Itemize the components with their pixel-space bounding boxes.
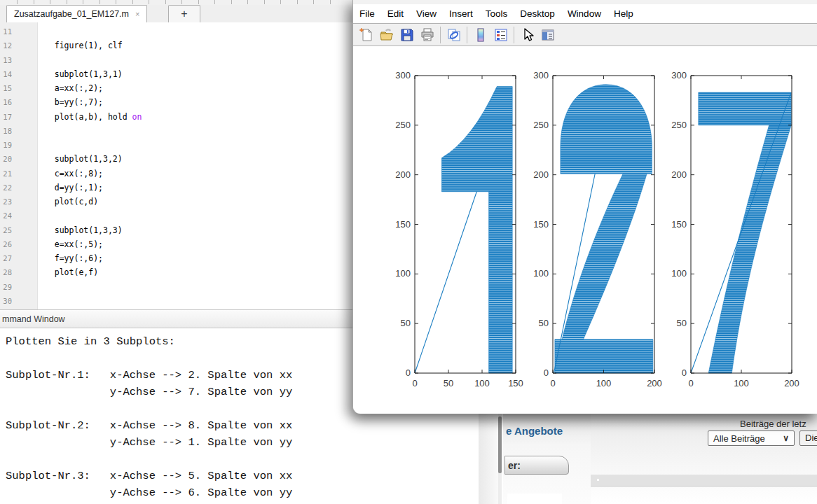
line-number: 18 [0, 127, 12, 135]
property-inspector-icon[interactable] [539, 26, 556, 43]
subplot-2-axes[interactable] [553, 76, 654, 373]
editor-line[interactable]: 29 [0, 281, 352, 295]
editor-line[interactable]: 22 d=yy(:,1); [0, 181, 352, 195]
y-tick-label: 0 [387, 368, 411, 379]
editor-line[interactable]: 20 subplot(1,3,2) [0, 153, 352, 167]
menu-edit[interactable]: Edit [381, 8, 410, 19]
editor-line[interactable]: 27 f=yy(:,6); [0, 252, 352, 266]
screen: { "editor": { "tab": { "title": "Zusatza… [0, 0, 817, 504]
new-tab-button[interactable]: + [168, 5, 200, 22]
menu-tools[interactable]: Tools [479, 8, 514, 19]
editor-line[interactable]: 15 a=xx(:,2); [0, 82, 352, 96]
console-line: Subplot-Nr.1: x-Achse --> 2. Spalte von … [6, 367, 352, 384]
toolbar-separator [467, 27, 467, 43]
toolbar-separator [440, 27, 441, 43]
code-text: f=yy(:,6); [40, 253, 103, 263]
editor-line[interactable]: 23 plot(c,d) [0, 195, 352, 209]
code-text: d=yy(:,1); [40, 183, 103, 192]
x-tick-label: 0 [539, 378, 567, 389]
lead-line [415, 192, 476, 373]
editor-line[interactable]: 19 [0, 139, 352, 153]
line-number: 17 [0, 113, 12, 121]
close-icon[interactable]: × [135, 10, 139, 18]
command-window-title: mmand Window [2, 314, 65, 324]
subplot-3-axes[interactable] [691, 76, 792, 373]
filter-tab[interactable]: er: [504, 456, 569, 475]
y-tick-label: 250 [525, 120, 549, 131]
digit-7-shape [708, 125, 791, 373]
line-number: 29 [0, 283, 12, 291]
editor-line[interactable]: 25 subplot(1,3,3) [0, 224, 352, 238]
figure-plot-area: 0501001502002503000501001500501001502002… [353, 47, 817, 414]
code-text: subplot(1,3,3) [40, 225, 123, 235]
menu-file[interactable]: File [353, 8, 381, 19]
y-tick-label: 50 [663, 318, 687, 329]
print-figure-icon[interactable] [418, 26, 436, 43]
subplot-1-axes[interactable] [415, 76, 516, 373]
y-tick-label: 50 [387, 318, 411, 329]
console-line [6, 350, 352, 367]
filter-tab-label: er: [508, 460, 521, 471]
code-text: subplot(1,3,2) [40, 154, 123, 164]
editor-line[interactable]: 16 b=yy(:,7); [0, 96, 352, 110]
code-area[interactable]: 1112 figure(1), clf1314 subplot(1,3,1)15… [0, 22, 352, 309]
y-tick-label: 200 [525, 169, 549, 181]
line-number: 19 [0, 141, 12, 149]
editor-line[interactable]: 28 plot(e,f) [0, 266, 352, 280]
line-number: 28 [0, 268, 12, 276]
editor-line[interactable]: 26 e=xx(:,5); [0, 238, 352, 252]
insert-legend-icon[interactable] [492, 26, 509, 43]
y-tick-label: 300 [525, 70, 549, 81]
x-tick-label: 100 [727, 378, 755, 389]
editor-line[interactable]: 14 subplot(1,3,1) [0, 68, 352, 82]
alle-beitraege-dropdown[interactable]: Alle Beiträge ∨ [708, 430, 795, 446]
y-tick-label: 100 [525, 268, 549, 279]
y-tick-label: 150 [525, 219, 549, 230]
open-file-icon[interactable] [378, 26, 395, 43]
editor-line[interactable]: 17 plot(a,b), hold on [0, 111, 352, 125]
insert-colorbar-icon[interactable] [472, 26, 489, 43]
die-button-partial[interactable]: Die [799, 430, 817, 446]
editor-line[interactable]: 11 [0, 25, 352, 39]
menu-view[interactable]: View [410, 8, 443, 19]
code-text: e=xx(:,5); [40, 239, 103, 249]
save-figure-icon[interactable] [398, 26, 416, 43]
tab-zusatzaufgabe[interactable]: Zusatzaufgabe_01_EM127.m × [6, 5, 147, 22]
editor-line[interactable]: 13 [0, 54, 352, 68]
editor-line[interactable]: 21 c=xx(:,8); [0, 167, 352, 181]
editor-line[interactable]: 24 [0, 209, 352, 223]
y-tick-label: 100 [663, 268, 687, 279]
editor-line[interactable]: 18 [0, 125, 352, 139]
code-text: figure(1), clf [40, 41, 123, 50]
editor-line[interactable]: 30 [0, 295, 352, 309]
menu-insert[interactable]: Insert [443, 8, 479, 19]
command-window: mmand Window Plotten Sie in 3 Subplots: … [0, 309, 352, 504]
new-figure-icon[interactable] [357, 26, 375, 43]
menu-desktop[interactable]: Desktop [514, 8, 561, 19]
digit-2-shape [561, 85, 652, 174]
y-tick-label: 50 [525, 318, 549, 329]
link-plot-icon[interactable] [445, 26, 462, 43]
band-dot [597, 479, 599, 481]
angebote-link[interactable]: e Angebote [506, 425, 563, 437]
editor-line[interactable]: 12 figure(1), clf [0, 39, 352, 53]
edit-plot-icon[interactable] [519, 26, 536, 43]
menu-help[interactable]: Help [607, 8, 640, 19]
console-line: y-Achse --> 1. Spalte von yy [6, 434, 352, 451]
x-tick-label: 150 [502, 378, 530, 389]
plus-icon: + [181, 8, 187, 20]
x-tick-label: 100 [468, 378, 496, 389]
line-number: 27 [0, 254, 12, 262]
figure-menubar: FileEditViewInsertToolsDesktopWindowHelp [353, 4, 817, 23]
dropdown-value: Alle Beiträge [713, 433, 765, 444]
menu-window[interactable]: Window [561, 8, 607, 19]
console-line [6, 451, 352, 468]
y-tick-label: 0 [525, 368, 549, 379]
line-number: 25 [0, 226, 12, 234]
command-window-header[interactable]: mmand Window [0, 309, 352, 328]
line-number: 15 [0, 84, 12, 92]
command-window-output[interactable]: Plotten Sie in 3 Subplots: Subplot-Nr.1:… [0, 328, 352, 504]
digit-2-shape [562, 174, 647, 340]
line-number: 16 [0, 98, 12, 106]
page-scrollbar-thumb[interactable] [498, 416, 502, 473]
